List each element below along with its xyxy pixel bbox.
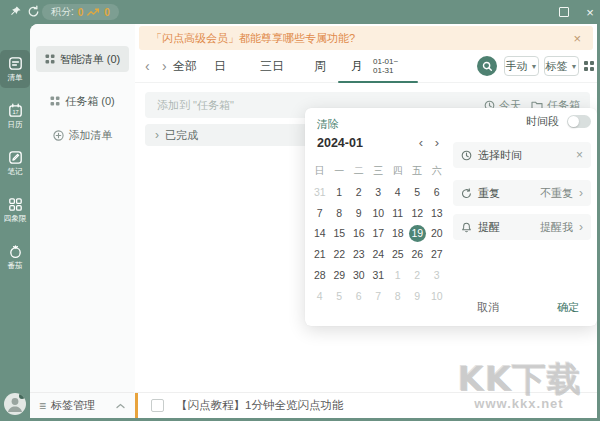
calendar-day[interactable]: 10 [428,288,445,305]
calendar-day[interactable]: 14 [311,225,328,242]
calendar-day[interactable]: 9 [350,205,367,222]
clock-icon [461,150,472,161]
calendar-day[interactable]: 8 [331,205,348,222]
close-button[interactable]: × [582,4,598,20]
task-checkbox[interactable] [151,399,164,412]
calendar-day[interactable]: 29 [331,267,348,284]
cancel-button[interactable]: 取消 [477,300,499,315]
calendar-day[interactable]: 16 [350,225,367,242]
clear-button[interactable]: 清除 [317,117,339,132]
calendar-day[interactable]: 31 [311,184,328,201]
avatar[interactable] [4,393,26,415]
layout-grid-icon[interactable] [584,61,594,71]
active-tab-underline [338,81,418,83]
calendar-day[interactable]: 4 [311,288,328,305]
tab-all[interactable]: 全部 [173,50,197,82]
calendar-day[interactable]: 6 [350,288,367,305]
confirm-button[interactable]: 确定 [557,300,579,315]
calendar-day[interactable]: 3 [428,267,445,284]
repeat-row[interactable]: 重复 不重复 › [453,180,591,206]
calendar-day[interactable]: 2 [409,267,426,284]
calendar-day[interactable]: 22 [331,246,348,263]
calendar-day[interactable]: 19 [409,225,426,242]
calendar-day[interactable]: 3 [370,184,387,201]
calendar-day[interactable]: 6 [428,184,445,201]
calendar-day[interactable]: 21 [311,246,328,263]
calendar-day[interactable]: 9 [409,288,426,305]
maximize-button[interactable] [556,4,572,20]
calendar-day[interactable]: 2 [350,184,367,201]
select-time-row[interactable]: 选择时间 × [453,142,591,168]
promo-banner[interactable]: 「闪点高级会员」都能尊享哪些专属功能? × [139,26,593,50]
calendar-day[interactable]: 24 [370,246,387,263]
calendar-day[interactable]: 11 [389,205,406,222]
rail-label: 清单 [7,73,22,82]
sidebar-item-label: 添加清单 [69,128,113,143]
calendar-day[interactable]: 26 [409,246,426,263]
calendar-day[interactable]: 15 [331,225,348,242]
sidebar-item-task-box[interactable]: 任务箱 (0) [36,88,129,114]
smart-list-icon [45,54,55,64]
sidebar-item-label: 智能清单 (0) [60,52,121,67]
calendar-day[interactable]: 12 [409,205,426,222]
rail-item-pomodoro[interactable]: 番茄 [0,238,30,276]
calendar-day[interactable]: 5 [409,184,426,201]
sidebar-item-smart-list[interactable]: 智能清单 (0) [36,46,129,72]
quadrant-icon [8,197,23,212]
remind-row[interactable]: 提醒 提醒我 › [453,214,591,240]
calendar-day[interactable]: 30 [350,267,367,284]
calendar-day[interactable]: 7 [370,288,387,305]
chevron-up-icon[interactable] [116,403,125,409]
clear-time-icon[interactable]: × [576,148,583,162]
timespan-label: 时间段 [526,114,559,129]
prev-arrow[interactable]: ‹ [145,50,150,82]
rail-item-calendar[interactable]: 17 日历 [0,97,30,135]
next-arrow[interactable]: › [162,50,167,82]
month-label: 2024-01 [317,136,413,150]
remind-value: 提醒我 [540,220,573,235]
manual-sort-button[interactable]: 手动▼ [504,56,539,76]
calendar-day[interactable]: 18 [389,225,406,242]
calendar-day[interactable]: 23 [350,246,367,263]
rail-item-notes[interactable]: 笔记 [0,144,30,182]
calendar-weekdays: 日一二三四五六 [310,164,447,178]
calendar-day[interactable]: 5 [331,288,348,305]
calendar-day[interactable]: 31 [370,267,387,284]
pin-icon[interactable] [9,5,23,19]
calendar-day[interactable]: 13 [428,205,445,222]
tab-day[interactable]: 日 [214,50,226,82]
banner-close-icon[interactable]: × [573,31,581,46]
calendar-day[interactable]: 20 [428,225,445,242]
tab-week[interactable]: 周 [314,50,326,82]
calendar-day[interactable]: 25 [389,246,406,263]
calendar-day[interactable]: 7 [311,205,328,222]
calendar-day[interactable]: 27 [428,246,445,263]
sidebar-item-add-list[interactable]: 添加清单 [36,122,129,148]
tab-month[interactable]: 月 [351,50,363,82]
calendar-day[interactable]: 4 [389,184,406,201]
timespan-toggle[interactable] [567,115,591,128]
rail-item-lists[interactable]: 清单 [0,50,30,88]
rail-item-quadrants[interactable]: 四象限 [0,191,30,229]
calendar-day[interactable]: 17 [370,225,387,242]
completed-section[interactable]: › 已完成 0 [145,124,322,146]
task-row[interactable]: 【闪点教程】1分钟全览闪点功能 [135,392,597,418]
hamburger-icon: ≡ [39,399,46,413]
date-picker-popup: 清除 时间段 2024-01 ‹ › 日一二三四五六 3112345678910… [305,108,597,326]
prev-month-arrow[interactable]: ‹ [413,135,429,150]
next-month-arrow[interactable]: › [429,135,445,150]
tag-filter-button[interactable]: 标签▼ [544,56,579,76]
tag-manage-button[interactable]: ≡ 标签管理 [30,392,134,418]
chevron-right-icon: › [579,220,583,234]
calendar-day[interactable]: 10 [370,205,387,222]
date-range[interactable]: 01-01~ 01-31 [373,57,398,75]
calendar-day[interactable]: 1 [389,267,406,284]
search-button[interactable] [477,56,497,76]
sync-icon[interactable] [27,5,41,19]
calendar-day[interactable]: 8 [389,288,406,305]
plus-circle-icon [53,130,64,141]
calendar-day[interactable]: 1 [331,184,348,201]
chevron-right-icon: › [155,128,159,142]
calendar-day[interactable]: 28 [311,267,328,284]
tab-three-day[interactable]: 三日 [260,50,284,82]
